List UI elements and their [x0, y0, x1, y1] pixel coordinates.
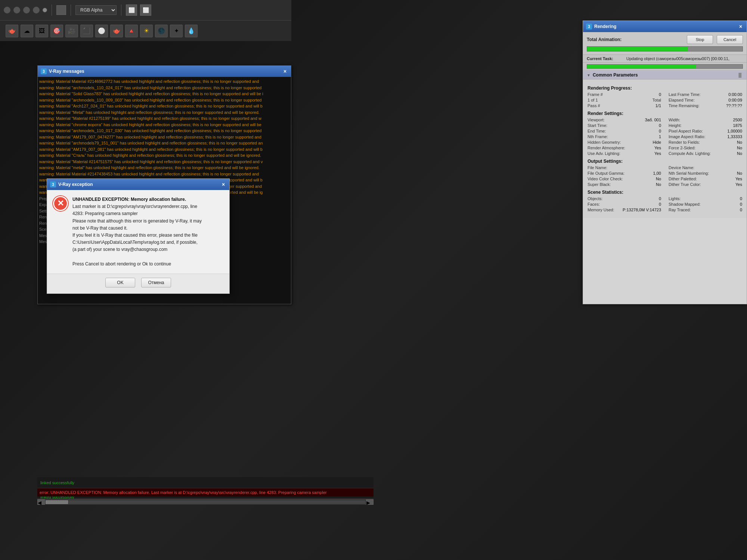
height-value: 1875	[733, 123, 742, 128]
last-frame-time-label: Last Frame Time:	[669, 92, 701, 97]
exception-detail-5: If you feel it is V-Ray that caused this…	[72, 232, 202, 239]
exception-icon-label: 3	[50, 181, 56, 187]
exception-close-btn[interactable]: ×	[220, 181, 226, 187]
scroll-track[interactable]	[46, 500, 365, 504]
toolbar: 🫖 ☁ 🖼 🎯 🎥 ⬛ ⚪ 🫖 🔺 ☀ 🌑 ✦ 💧	[0, 21, 291, 41]
current-task-row: Current Task: Updating object (саморезы0…	[583, 55, 747, 63]
rendering-title-area: 3 Rendering	[586, 24, 616, 29]
scroll-thumb[interactable]	[46, 500, 68, 504]
exception-error-icon: ✕	[53, 196, 68, 211]
scroll-left-btn[interactable]: ◀	[37, 500, 45, 505]
horizontal-scrollbar[interactable]: ◀ ▶	[37, 499, 374, 505]
taskbar-icon-1[interactable]: ⬜	[126, 4, 137, 16]
toolbar-sun[interactable]: ☀	[140, 25, 153, 37]
nth-serial-row: Nth Serial Numbering: No	[669, 171, 742, 175]
exception-cancel-btn[interactable]: Отмена	[141, 278, 171, 287]
device-name-label: Device Name:	[669, 165, 694, 170]
vray-messages-titlebar: 3 V-Ray messages ×	[38, 66, 291, 77]
width-row: Width: 2500	[669, 118, 742, 122]
list-item: warning: Material "archmodels_110_017_03…	[39, 128, 289, 134]
total-row: 1 of 1 Total	[588, 98, 661, 102]
elapsed-time-label: Elapsed Time:	[669, 98, 695, 102]
status-line-1: linked successfully	[40, 480, 74, 485]
current-task-value: Updating object (саморезы005саморезы007)…	[626, 56, 729, 61]
color-mode-dropdown[interactable]: RGB Alpha RGB Alpha	[75, 5, 117, 15]
use-adv-lighting-row: Use Adv. Lighting: Yes	[588, 151, 661, 156]
force-2sided-row: Force 2-Sided: No	[669, 146, 742, 150]
cancel-btn[interactable]: Cancel	[717, 35, 743, 44]
video-color-label: Video Color Check:	[588, 177, 623, 181]
toolbar-teapot[interactable]: 🫖	[6, 25, 18, 37]
render-settings-grid: Viewport: Заб. 001 Width: 2500 Start Tim…	[588, 118, 742, 156]
taskbar: RGB Alpha RGB Alpha ⬜ ⬜	[0, 0, 291, 21]
collapse-icon[interactable]: ▐▌	[737, 73, 743, 77]
frame-row: Frame # 0	[588, 92, 661, 97]
scroll-right-btn[interactable]: ▶	[366, 500, 374, 505]
use-adv-lighting-label: Use Adv. Lighting:	[588, 151, 620, 156]
toolbar-moon[interactable]: 🌑	[155, 25, 168, 37]
rendering-icon-label: 3	[586, 24, 592, 29]
toolbar-teapot2[interactable]: 🫖	[110, 25, 123, 37]
width-label: Width:	[669, 118, 680, 122]
toolbar-cloud[interactable]: ☁	[21, 25, 33, 37]
taskbar-dot	[43, 8, 47, 12]
list-item: warning: Material "archmodels79_151_001"…	[39, 140, 289, 146]
toolbar-drop[interactable]: 💧	[185, 25, 198, 37]
exception-titlebar: 3 V-Ray exception ×	[47, 179, 229, 190]
error-text: error: UNHANDLED EXCEPTION: Memory alloc…	[40, 490, 326, 495]
start-time-label: Start Time:	[588, 123, 607, 128]
pass-label: Pass #	[588, 103, 600, 108]
taskbar-icon-2[interactable]: ⬜	[140, 4, 151, 16]
taskbar-btn-4[interactable]	[33, 7, 40, 13]
status-log: linked successfully	[37, 477, 374, 488]
lights-row: Lights: 0	[669, 196, 742, 201]
rendering-close-btn[interactable]: ×	[738, 24, 744, 29]
list-item: warning: Material "Arch127_024_01" has u…	[39, 103, 289, 109]
toolbar-frame[interactable]: 🖼	[35, 25, 48, 37]
viewport-row: Viewport: Заб. 001	[588, 118, 661, 122]
force-2sided-label: Force 2-Sided:	[669, 146, 695, 150]
end-time-row: End Time: 0	[588, 129, 661, 133]
taskbar-btn-2[interactable]	[13, 7, 20, 13]
taskbar-separator-2	[71, 4, 71, 16]
ray-traced-value: 0	[740, 208, 742, 212]
stop-btn[interactable]: Stop	[687, 35, 713, 44]
dither-true-row: Dither True Color: Yes	[669, 182, 742, 187]
start-time-row: Start Time: 0	[588, 123, 661, 128]
pixel-aspect-value: 1,00000	[727, 129, 742, 133]
toolbar-target[interactable]: 🎯	[50, 25, 63, 37]
image-aspect-value: 1,33333	[727, 134, 742, 139]
shadow-mapped-row: Shadow Mapped: 0	[669, 202, 742, 206]
viewport-value: Заб. 001	[645, 118, 661, 122]
hidden-geo-row: Hidden Geometry: Hide	[588, 140, 661, 144]
elapsed-time-value: 0:00:09	[728, 98, 742, 102]
nth-serial-value: No	[737, 171, 742, 175]
faces-value: 0	[659, 202, 661, 206]
start-time-value: 0	[659, 123, 661, 128]
taskbar-btn-1[interactable]	[4, 7, 10, 13]
use-adv-lighting-value: Yes	[654, 151, 661, 156]
vray-messages-icon: 3	[41, 68, 47, 74]
current-task-label: Current Task:	[587, 56, 624, 61]
ray-traced-label: Ray Traced:	[669, 208, 691, 212]
elapsed-time-row: Elapsed Time: 0:00:09	[669, 98, 742, 102]
vray-messages-title: V-Ray messages	[49, 69, 84, 74]
vray-messages-close[interactable]: ×	[282, 68, 288, 74]
hidden-geo-value: Hide	[653, 140, 661, 144]
pass-value: 1/1	[655, 103, 661, 108]
toolbar-star[interactable]: ✦	[170, 25, 183, 37]
width-value: 2500	[733, 118, 742, 122]
memory-used-row: Memory Used: P:13278,0M V:14723	[588, 208, 661, 212]
hidden-geo-label: Hidden Geometry:	[588, 140, 621, 144]
toolbar-cam[interactable]: 🎥	[65, 25, 78, 37]
shadow-mapped-label: Shadow Mapped:	[669, 202, 701, 206]
toolbar-box[interactable]: ⬛	[80, 25, 93, 37]
taskbar-btn-3[interactable]	[23, 7, 30, 13]
objects-label: Objects:	[588, 196, 602, 201]
toolbar-cone[interactable]: 🔺	[125, 25, 138, 37]
toolbar-sphere[interactable]: ⚪	[95, 25, 108, 37]
file-name-row: File Name:	[588, 165, 661, 170]
force-2sided-value: No	[737, 146, 742, 150]
exception-ok-btn[interactable]: OK	[105, 278, 135, 287]
file-output-gamma-value: 1,00	[653, 171, 661, 175]
